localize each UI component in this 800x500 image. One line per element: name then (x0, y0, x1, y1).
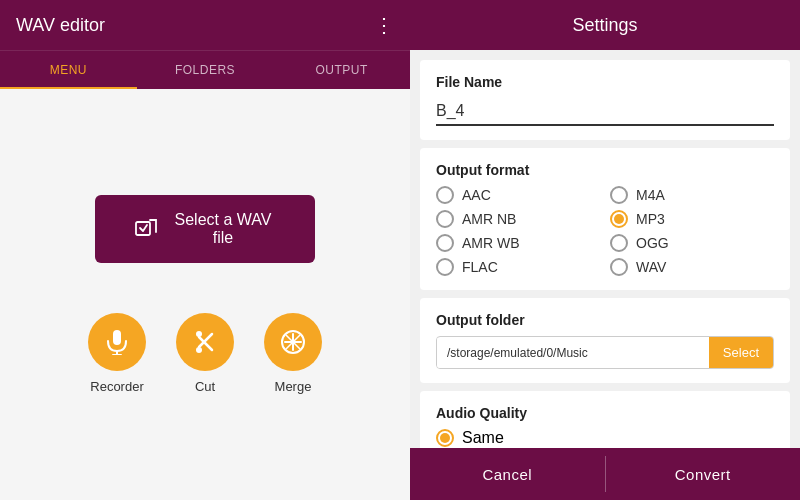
radio-btn-amrnb (436, 210, 454, 228)
cut-item: Cut (176, 313, 234, 394)
settings-content: File Name Output format AAC M4A AMR NB (410, 50, 800, 448)
cancel-button[interactable]: Cancel (410, 448, 605, 500)
radio-btn-mp3 (610, 210, 628, 228)
left-content: Select a WAV file Recorder (0, 89, 410, 500)
merge-label: Merge (275, 379, 312, 394)
app-header: WAV editor ⋮ (0, 0, 410, 50)
radio-btn-flac (436, 258, 454, 276)
file-name-input[interactable] (436, 98, 774, 126)
audio-quality-row[interactable]: Same (436, 429, 774, 447)
output-folder-row: /storage/emulated/0/Music Select (436, 336, 774, 369)
audio-quality-label: Audio Quality (436, 405, 774, 421)
file-name-label: File Name (436, 74, 774, 90)
radio-amrnb[interactable]: AMR NB (436, 210, 600, 228)
radio-btn-wav (610, 258, 628, 276)
recorder-label: Recorder (90, 379, 143, 394)
svg-rect-1 (113, 330, 121, 345)
more-icon[interactable]: ⋮ (374, 13, 394, 37)
output-format-label: Output format (436, 162, 774, 178)
cut-button[interactable] (176, 313, 234, 371)
app-title: WAV editor (16, 15, 105, 36)
radio-aac[interactable]: AAC (436, 186, 600, 204)
radio-btn-ogg (610, 234, 628, 252)
tab-folders[interactable]: FOLDERS (137, 51, 274, 89)
settings-title: Settings (572, 15, 637, 36)
audio-quality-same-label: Same (462, 429, 504, 447)
recorder-button[interactable] (88, 313, 146, 371)
radio-wav[interactable]: WAV (610, 258, 774, 276)
radio-amrwb[interactable]: AMR WB (436, 234, 600, 252)
radio-m4a[interactable]: M4A (610, 186, 774, 204)
output-folder-card: Output folder /storage/emulated/0/Music … (420, 298, 790, 383)
merge-button[interactable] (264, 313, 322, 371)
radio-btn-same (436, 429, 454, 447)
tab-menu[interactable]: MENU (0, 51, 137, 89)
radio-btn-amrwb (436, 234, 454, 252)
select-wav-button[interactable]: Select a WAV file (95, 195, 315, 263)
action-buttons: Recorder Cut (88, 313, 322, 394)
settings-header: Settings (410, 0, 800, 50)
audio-quality-card: Audio Quality Same (420, 391, 790, 448)
select-wav-label: Select a WAV file (171, 211, 275, 247)
right-panel: Settings File Name Output format AAC M4A (410, 0, 800, 500)
settings-footer: Cancel Convert (410, 448, 800, 500)
radio-mp3[interactable]: MP3 (610, 210, 774, 228)
tab-bar: MENU FOLDERS OUTPUT (0, 50, 410, 89)
merge-item: Merge (264, 313, 322, 394)
folder-path: /storage/emulated/0/Music (437, 338, 709, 368)
output-format-grid: AAC M4A AMR NB MP3 AMR WB (436, 186, 774, 276)
tab-output[interactable]: OUTPUT (273, 51, 410, 89)
select-wav-icon (135, 218, 157, 241)
cut-label: Cut (195, 379, 215, 394)
left-panel: WAV editor ⋮ MENU FOLDERS OUTPUT Select … (0, 0, 410, 500)
radio-btn-m4a (610, 186, 628, 204)
radio-ogg[interactable]: OGG (610, 234, 774, 252)
output-format-card: Output format AAC M4A AMR NB (420, 148, 790, 290)
radio-flac[interactable]: FLAC (436, 258, 600, 276)
convert-button[interactable]: Convert (606, 448, 801, 500)
file-name-card: File Name (420, 60, 790, 140)
recorder-item: Recorder (88, 313, 146, 394)
radio-btn-aac (436, 186, 454, 204)
select-folder-button[interactable]: Select (709, 337, 773, 368)
output-folder-label: Output folder (436, 312, 774, 328)
svg-rect-0 (136, 222, 150, 235)
